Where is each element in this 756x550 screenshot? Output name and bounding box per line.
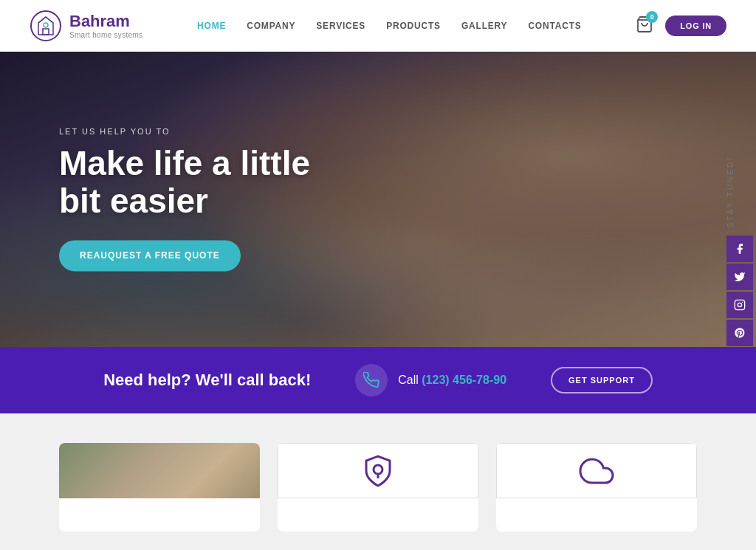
- nav-contacts[interactable]: CONTACTS: [528, 21, 581, 31]
- hero-banner: LET US HELP YOU TO Make life a little bi…: [0, 52, 756, 347]
- logo-tagline: Smart home systems: [69, 31, 142, 39]
- instagram-button[interactable]: [726, 292, 753, 318]
- card-cloud-icon-wrap: [496, 443, 697, 498]
- logo-icon: [30, 10, 62, 42]
- social-icons-wrap: [726, 236, 756, 346]
- hero-pretitle: LET US HELP YOU TO: [59, 127, 340, 136]
- cta-call-wrap: Call (123) 456-78-90: [355, 364, 506, 396]
- get-support-button[interactable]: GET SUPPORT: [551, 367, 653, 393]
- cart-button[interactable]: 0: [636, 16, 653, 36]
- pinterest-icon: [734, 327, 746, 339]
- svg-point-0: [31, 11, 61, 41]
- nav-company[interactable]: COMPANY: [247, 21, 295, 31]
- instagram-icon: [734, 299, 746, 311]
- nav-services[interactable]: SERVICES: [316, 21, 365, 31]
- svg-point-5: [738, 303, 741, 306]
- logo-name: Bahram: [69, 13, 142, 30]
- nav-products[interactable]: PRODUCTS: [386, 21, 441, 31]
- logo-area[interactable]: Bahram Smart home systems: [30, 10, 142, 42]
- hero-cta-button[interactable]: REAUQUEST A FREE QUOTE: [59, 241, 241, 272]
- hero-section: LET US HELP YOU TO Make life a little bi…: [0, 52, 756, 347]
- phone-icon: [363, 372, 379, 388]
- call-label: Call: [398, 374, 422, 386]
- twitter-icon: [734, 271, 746, 283]
- stay-tuned-label: STAY TUNED!: [726, 156, 756, 227]
- cloud-icon: [577, 453, 616, 489]
- page-wrapper: Bahram Smart home systems HOME COMPANY S…: [0, 0, 756, 546]
- svg-rect-1: [43, 29, 49, 35]
- shield-icon: [360, 453, 396, 489]
- cart-badge: 0: [646, 11, 658, 23]
- nav-home[interactable]: HOME: [197, 21, 226, 31]
- logo-text: Bahram Smart home systems: [69, 13, 142, 38]
- cards-section: [0, 413, 756, 546]
- facebook-button[interactable]: [726, 236, 753, 262]
- svg-rect-4: [735, 300, 744, 309]
- card-photo: [59, 443, 260, 498]
- right-panel: STAY TUNED!: [726, 103, 756, 399]
- card-2: [278, 443, 478, 532]
- cta-need-help-text: Need help? We'll call back!: [103, 371, 311, 390]
- cta-band: Need help? We'll call back! Call (123) 4…: [0, 347, 756, 413]
- card-1: [59, 443, 260, 532]
- facebook-icon: [734, 243, 746, 255]
- main-nav: HOME COMPANY SERVICES PRODUCTS GALLERY C…: [197, 21, 582, 31]
- phone-number: (123) 456-78-90: [422, 374, 506, 386]
- svg-point-7: [374, 465, 382, 474]
- card-3: [496, 443, 697, 532]
- phone-icon-circle: [355, 364, 388, 396]
- twitter-button[interactable]: [726, 264, 753, 290]
- header: Bahram Smart home systems HOME COMPANY S…: [0, 0, 756, 52]
- login-button[interactable]: LOG IN: [665, 16, 726, 36]
- hero-content: LET US HELP YOU TO Make life a little bi…: [59, 127, 340, 271]
- nav-gallery[interactable]: GALLERY: [461, 21, 508, 31]
- svg-point-6: [742, 301, 743, 302]
- header-right: 0 LOG IN: [636, 16, 726, 36]
- card-shield-icon-wrap: [278, 443, 478, 498]
- svg-point-2: [44, 23, 48, 27]
- hero-title: Make life a little bit easier: [59, 145, 340, 219]
- pinterest-button[interactable]: [726, 320, 753, 346]
- cta-call-text: Call (123) 456-78-90: [398, 374, 506, 387]
